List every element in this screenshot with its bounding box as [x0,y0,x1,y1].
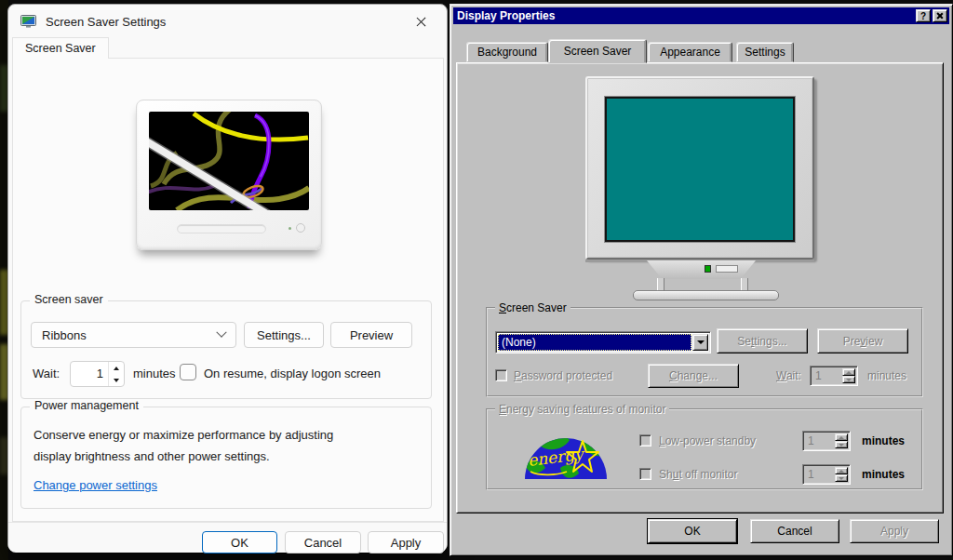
power-management-group: Power management Conserve energy or maxi… [20,407,432,509]
spinner-down-button [835,474,848,482]
monitor-stand-leg [657,278,664,291]
preview-button[interactable]: Preview [330,322,412,348]
monitor-chin-slot [177,224,266,233]
dropdown-arrow-button[interactable] [692,334,708,351]
spinner-arrows [842,368,855,383]
dialog-footer: OK Cancel Apply [8,522,447,553]
arrow-up-icon [839,470,844,473]
screensaver-dropdown[interactable]: Ribbons [31,322,236,348]
help-button[interactable]: ? [916,9,931,22]
password-protected-checkbox [495,369,507,381]
cancel-button[interactable]: Cancel [285,531,361,553]
tab-screen-saver[interactable]: Screen Saver [548,39,647,63]
minutes-label: minutes [133,367,176,380]
preview-screen [149,112,309,210]
wait-label: Wait: [33,367,60,380]
window-title: Display Properties [457,9,555,22]
monitor-led [289,227,291,230]
monitor-base [633,290,779,300]
screensaver-dropdown-value: Ribbons [42,328,87,342]
spinner-up-button[interactable] [109,362,124,374]
arrow-down-icon [839,477,844,480]
shut-off-value: 1 [808,468,814,481]
shut-off-monitor-label: Shut off monitor [659,468,738,481]
power-management-group-label: Power management [30,399,143,412]
spinner-down-button[interactable] [109,374,124,386]
monitor-button-slot [716,265,738,273]
spinner-down-button [842,376,855,383]
close-icon [415,16,427,28]
monitor-stand-leg [741,278,748,291]
display-properties-window: Display Properties ? Background Screen S… [450,4,953,556]
wait-spinner[interactable]: 1 [70,361,125,387]
arrow-down-icon [846,379,852,381]
shut-off-monitor-checkbox [639,468,651,480]
close-button[interactable] [402,7,439,35]
minutes-label: minutes [867,369,906,382]
screen-saver-group-label: Screen saver [30,293,108,306]
power-description-line1: Conserve energy or maximize performance … [34,428,333,442]
power-led [705,265,711,273]
tab-background[interactable]: Background [466,42,548,62]
minutes-label: minutes [862,434,905,447]
apply-button[interactable]: Apply [368,531,444,553]
screen-saver-group: Screen saver Ribbons Settings... Preview… [20,300,432,399]
resume-checkbox-label: On resume, display logon screen [204,367,381,380]
titlebar: Screen Saver Settings [8,5,447,38]
close-button[interactable] [933,9,947,22]
ok-button[interactable]: OK [202,531,277,553]
settings-button[interactable]: Settings... [244,322,324,348]
tab-appearance[interactable]: Appearance [648,42,732,62]
change-power-settings-link[interactable]: Change power settings [34,478,157,492]
change-button: Change... [648,364,739,388]
display-icon [20,15,36,29]
cancel-button[interactable]: Cancel [750,519,839,543]
ok-button[interactable]: OK [648,519,737,543]
low-power-standby-label: Low-power standby [659,434,756,447]
ribbons-preview [149,112,309,210]
monitor-front-panel [647,260,756,279]
screensaver-dropdown[interactable]: (None) [495,331,711,353]
apply-button: Apply [850,519,939,543]
tab-settings[interactable]: Settings [736,42,794,62]
spinner-arrows [835,467,848,482]
wait-label: Wait: [776,369,801,382]
spinner-up-button [835,433,848,441]
screen-saver-group-label: Screen Saver [495,301,570,314]
wait-value: 1 [815,369,822,382]
arrow-down-icon [697,340,705,344]
help-icon: ? [920,11,926,21]
wait-spinner: 1 [810,366,858,386]
low-power-spinner: 1 [802,431,851,451]
close-icon [936,12,944,20]
arrow-down-icon [114,379,119,382]
screen-saver-group: Screen Saver (None) Settings... Preview … [486,307,923,397]
arrow-down-icon [839,444,844,447]
arrow-up-icon [846,371,852,374]
monitor-graphic [585,76,814,260]
resume-checkbox[interactable] [180,364,196,380]
shut-off-spinner: 1 [802,464,851,485]
low-power-value: 1 [808,434,814,447]
screensaver-dropdown-value: (None) [498,334,691,351]
wait-value: 1 [71,362,108,386]
settings-button: Settings... [717,328,808,353]
screensaver-preview-monitor [136,100,322,250]
energy-star-logo: energy [523,423,609,481]
tab-screen-saver[interactable]: Screen Saver [12,37,109,59]
minutes-label: minutes [862,468,905,481]
titlebar: Display Properties [453,7,949,24]
low-power-standby-checkbox [639,434,651,447]
preview-button: Preview [817,328,908,353]
power-description-line2: display brightness and other power setti… [34,449,270,463]
chevron-down-icon [216,327,226,338]
arrow-up-icon [114,367,119,370]
monitor-power-button [296,223,305,233]
spinner-up-button [835,467,848,474]
window-title: Screen Saver Settings [46,15,166,29]
spinner-up-button [842,368,855,376]
energy-saving-group-label: Energy saving features of monitor [495,403,669,416]
spinner-down-button [835,441,848,448]
tab-page: Screen Saver (None) Settings... Preview … [456,62,944,513]
spinner-arrows [835,433,848,448]
